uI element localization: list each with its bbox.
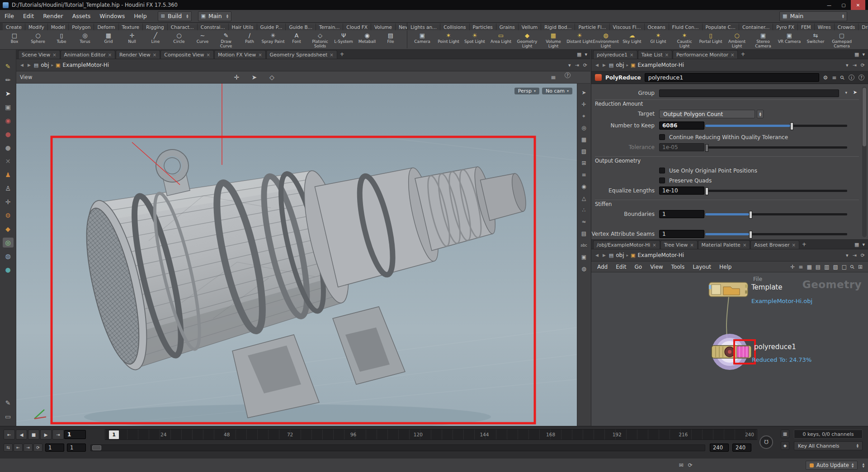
shelf-tab[interactable]: Guide P... <box>257 23 286 30</box>
next-keyframe-button[interactable]: ⇥ <box>24 444 33 452</box>
shelf-tab[interactable]: Hair Utils <box>229 23 257 30</box>
shelf-tool-sky-light[interactable]: ☁ Sky Light <box>619 31 645 48</box>
lock-tool-icon[interactable]: ▣ <box>3 102 14 112</box>
equalize-lengths-slider[interactable] <box>705 186 847 196</box>
viewport-help-icon[interactable]: ? <box>565 72 571 78</box>
shelf-tab[interactable]: Polygon <box>69 23 94 30</box>
pane-tab[interactable]: polyreduce1 × <box>593 50 637 59</box>
pin-tool-icon[interactable]: ◉ <box>3 116 14 126</box>
shelf-tab[interactable]: Particle Fl... <box>575 23 609 30</box>
pane-tab[interactable]: Composite View × <box>160 50 214 59</box>
pane-tab[interactable]: /obj/ExampleMotor-Hi × <box>593 240 660 249</box>
wireframe-mode-icon[interactable]: △ <box>579 195 590 202</box>
breadcrumb-root[interactable]: obj <box>41 62 49 68</box>
shelf-tab[interactable]: Fluid Con... <box>669 23 703 30</box>
shelf-tab[interactable]: Vellum <box>519 23 542 30</box>
tab-close-icon[interactable]: × <box>153 52 156 57</box>
path-dropdown-icon[interactable]: ▾ <box>846 252 849 258</box>
shelf-tab[interactable]: Particles <box>470 23 496 30</box>
menu-item[interactable]: Windows <box>95 13 129 19</box>
pane-menu-icon[interactable]: ▾ <box>862 51 865 57</box>
target-spinner[interactable]: ▲▼ <box>757 110 764 118</box>
shelf-tool-sphere[interactable]: ○ Sphere <box>26 31 50 48</box>
shelf-tool-l-system[interactable]: Ψ L-System <box>332 31 355 48</box>
back-icon[interactable]: ◀ <box>594 63 599 67</box>
handles-tool-icon[interactable]: ◇ <box>266 72 277 82</box>
breadcrumb-node[interactable]: ExampleMotor-Hi <box>62 62 109 68</box>
display-menu-icon[interactable]: ≡ <box>579 171 590 178</box>
shelf-tool-geometry-light[interactable]: ◆ Geometry Light <box>514 31 540 48</box>
shelf-tool-metaball[interactable]: ◉ Metaball <box>355 31 379 48</box>
range-start-field[interactable]: 1 <box>45 444 64 452</box>
brush-tool-icon[interactable]: ✎ <box>3 61 14 71</box>
group-field[interactable] <box>659 89 839 97</box>
new-pane-tab-button[interactable]: + <box>337 51 347 57</box>
select-tool-icon[interactable]: ➤ <box>3 89 14 98</box>
breadcrumb-node[interactable]: ExampleMotor-Hi <box>637 62 684 68</box>
group-dropdown-icon[interactable]: ▾ <box>845 90 847 95</box>
shelf-tool-spray-paint[interactable]: ✳ Spray Paint <box>261 31 285 48</box>
points-display-icon[interactable]: ∴ <box>579 206 590 214</box>
shelf-tab[interactable]: Deform <box>94 23 118 30</box>
jump-icon[interactable]: ⇥ <box>575 62 579 68</box>
pencil-tool-icon[interactable]: ✏ <box>3 75 14 85</box>
shelf-tool-font[interactable]: A Font <box>285 31 308 48</box>
geometry-tool-icon[interactable]: ◎ <box>3 238 14 248</box>
net-cells-icon[interactable]: ▥ <box>824 264 829 270</box>
help-icon[interactable]: ? <box>859 75 864 80</box>
vertex-seams-field[interactable]: 1 <box>659 230 704 238</box>
net-table-icon[interactable]: ▤ <box>816 264 821 270</box>
shelf-tool-camera[interactable]: ▣ Camera <box>409 31 435 48</box>
shelf-tab[interactable]: Guide B... <box>286 23 316 30</box>
section-header[interactable]: Stiffen <box>595 200 859 207</box>
shelf-tool-ambient-light[interactable]: ○ Ambient Light <box>724 31 750 48</box>
pane-split-icon[interactable]: ▦ <box>854 242 859 248</box>
shelf-tool-circle[interactable]: ○ Circle <box>167 31 191 48</box>
snap-grid-icon[interactable]: ▦ <box>579 136 590 143</box>
globe-tool-icon[interactable]: ◍ <box>3 251 14 261</box>
pane-split-icon[interactable]: ▦ <box>854 51 859 57</box>
spinner-icon[interactable]: ▲▼ <box>857 444 859 448</box>
minimize-button[interactable]: — <box>822 0 836 10</box>
shelf-tab[interactable]: Create <box>3 23 25 30</box>
net-tools-icon[interactable]: ✛ <box>790 264 795 270</box>
camera-view-icon[interactable]: ▣ <box>579 253 590 261</box>
tab-close-icon[interactable]: × <box>207 52 210 57</box>
layout-views-icon[interactable]: ⊞ <box>579 159 590 167</box>
shelf-tool-portal-light[interactable]: ▯ Portal Light <box>698 31 724 48</box>
label-display-icon[interactable]: abc <box>579 242 590 249</box>
refresh-icon[interactable]: ⟳ <box>583 62 587 68</box>
step-back-button[interactable]: ◀ <box>16 430 27 439</box>
breadcrumb-root[interactable]: obj <box>616 62 624 68</box>
statusbar-expand-icon[interactable]: ▲▼ <box>862 463 864 468</box>
tolerance-slider[interactable] <box>705 143 847 153</box>
shelf-tab[interactable]: Modify <box>25 23 48 30</box>
new-pane-tab-button[interactable]: + <box>799 241 809 248</box>
presets-icon[interactable]: ≡ <box>832 75 836 81</box>
key-all-channels-button[interactable]: Key All Channels ▲▼ <box>794 441 863 450</box>
hotkey-set-selector[interactable]: ▦ Main ▲▼ <box>779 11 847 21</box>
shelf-tab[interactable]: Crowds <box>835 23 859 30</box>
pane-tab[interactable]: Scene View × <box>18 50 60 59</box>
shelf-tool-spot-light[interactable]: ☀ Spot Light <box>462 31 488 48</box>
color-scheme-icon[interactable]: ◍ <box>579 265 590 272</box>
tab-close-icon[interactable]: × <box>690 243 693 248</box>
section-header[interactable]: Output Geometry <box>595 156 859 164</box>
playback-start-field[interactable]: 1 <box>67 444 86 452</box>
shelf-tool-environment-light[interactable]: ◍ Environment Light <box>593 31 619 48</box>
pane-tab[interactable]: Take List × <box>638 50 673 59</box>
playback-options-button[interactable]: ⟳ <box>33 444 42 452</box>
search-params-icon[interactable]: ⚲ <box>839 74 846 81</box>
network-menu-item[interactable]: Add <box>593 264 612 270</box>
tab-close-icon[interactable]: × <box>52 52 56 57</box>
vertex-seams-slider[interactable] <box>705 229 847 239</box>
view-mode-icon[interactable]: ➤ <box>579 89 590 96</box>
pane-tab[interactable]: Tree View × <box>660 240 698 249</box>
tab-close-icon[interactable]: × <box>743 243 746 248</box>
boundaries-slider[interactable] <box>705 210 847 220</box>
pane-tab[interactable]: Asset Browser × <box>750 240 799 249</box>
hand-tool-icon[interactable]: ✛ <box>3 197 14 207</box>
polyreduce-node[interactable] <box>712 346 751 358</box>
jump-icon[interactable]: ⇥ <box>853 252 857 258</box>
go-to-end-button[interactable]: ⇥ <box>52 430 64 439</box>
